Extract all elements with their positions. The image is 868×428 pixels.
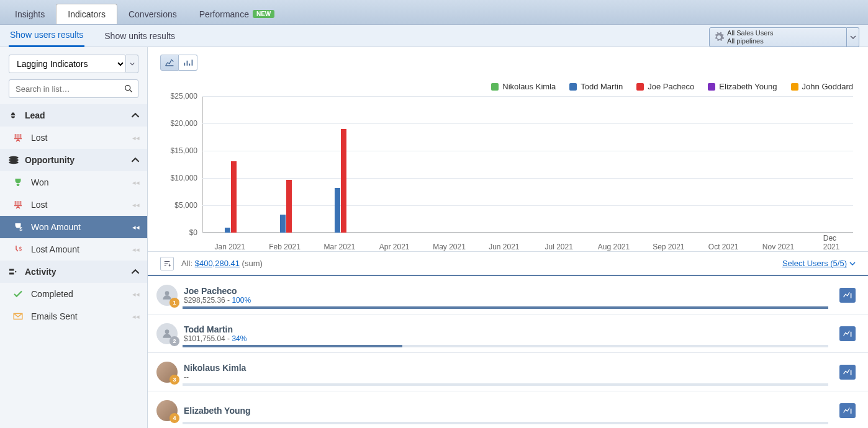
- expand-icon[interactable]: ◂◂: [132, 290, 140, 298]
- sidebar-item-lost-amount[interactable]: $ Lost Amount ◂◂: [0, 238, 147, 261]
- progress-bar: [183, 345, 402, 347]
- x-tick-label: May 2021: [433, 243, 466, 251]
- user-row[interactable]: 4Elizabeth Young: [148, 391, 868, 428]
- legend-item[interactable]: Elizabeth Young: [708, 82, 777, 91]
- chart-legend: Nikolaus KimlaTodd MartinJoe PachecoEliz…: [148, 82, 853, 91]
- chart-bar[interactable]: [280, 215, 286, 233]
- sidebar-item-lead-lost[interactable]: Lost ◂◂: [0, 127, 147, 149]
- subbar: Show users results Show units results Al…: [0, 25, 868, 47]
- user-name: Todd Martin: [184, 324, 839, 334]
- expand-icon[interactable]: ◂◂: [132, 134, 140, 142]
- chevron-down-icon[interactable]: [126, 55, 138, 73]
- search-icon[interactable]: [124, 84, 133, 94]
- sort-button[interactable]: [160, 257, 174, 270]
- user-chart-button[interactable]: [839, 365, 856, 380]
- all-label: All: $400,280.41 (sum): [181, 259, 263, 268]
- user-amount: $298,525.36 - 100%: [184, 296, 839, 305]
- badge-new: NEW: [253, 10, 274, 18]
- total-amount-link[interactable]: $400,280.41: [195, 259, 240, 268]
- legend-label: Elizabeth Young: [719, 82, 777, 91]
- x-tick-label: Feb 2021: [269, 243, 301, 251]
- sidebar-item-won[interactable]: Won ◂◂: [0, 171, 147, 194]
- sidebar-group-lead: Lead Lost ◂◂: [0, 104, 147, 149]
- sidebar-item-opp-lost[interactable]: Lost ◂◂: [0, 194, 147, 216]
- legend-item[interactable]: Joe Pacheco: [636, 82, 694, 91]
- svg-text:$: $: [19, 226, 22, 232]
- tab-conversions[interactable]: Conversions: [117, 4, 188, 24]
- avatar: 4: [156, 400, 178, 421]
- indicator-type-dropdown[interactable]: Lagging Indicators: [9, 55, 138, 73]
- search-container: [9, 79, 138, 98]
- pipeline-selector[interactable]: All Sales Users All pipelines: [709, 27, 859, 47]
- x-tick-label: Sep 2021: [653, 243, 684, 251]
- pipeline-line1: All Sales Users: [727, 29, 774, 37]
- user-row[interactable]: 3Nikolaus Kimla--: [148, 353, 868, 391]
- expand-icon[interactable]: ◂◂: [132, 223, 140, 231]
- legend-item[interactable]: Nikolaus Kimla: [491, 82, 556, 91]
- y-tick-label: $20,000: [163, 119, 197, 128]
- expand-icon[interactable]: ◂◂: [132, 313, 140, 321]
- sidebar-item-emails-sent[interactable]: Emails Sent ◂◂: [0, 305, 147, 328]
- summary-bar: All: $400,280.41 (sum) Select Users (5/5…: [148, 251, 868, 276]
- user-row[interactable]: 2Todd Martin$101,755.04 - 34%: [148, 314, 868, 353]
- rank-badge: 3: [170, 375, 179, 385]
- x-tick-label: Oct 2021: [708, 243, 739, 251]
- lost-icon: [12, 132, 26, 143]
- lost-dollar-icon: $: [12, 244, 26, 255]
- select-users-link[interactable]: Select Users (5/5): [782, 259, 856, 268]
- avatar: 1: [156, 285, 178, 306]
- user-row[interactable]: 1Joe Pacheco$298,525.36 - 100%: [148, 276, 868, 314]
- tab-insights[interactable]: Insights: [4, 4, 56, 24]
- lead-icon: [7, 110, 20, 121]
- show-units-link[interactable]: Show units results: [103, 25, 176, 47]
- tab-performance[interactable]: Performance NEW: [188, 4, 286, 24]
- item-label: Won Amount: [31, 222, 81, 232]
- user-chart-button[interactable]: [839, 288, 856, 303]
- activity-icon: [7, 266, 20, 277]
- svg-point-8: [165, 329, 170, 334]
- expand-icon[interactable]: ◂◂: [132, 179, 140, 187]
- expand-icon[interactable]: ◂◂: [132, 246, 140, 254]
- chevron-up-icon: [131, 111, 140, 120]
- group-label: Opportunity: [25, 155, 75, 165]
- legend-item[interactable]: John Goddard: [791, 82, 853, 91]
- svg-text:$: $: [19, 246, 22, 252]
- user-info: Joe Pacheco$298,525.36 - 100%: [184, 286, 839, 305]
- chart-bar[interactable]: [231, 161, 237, 233]
- tab-indicators[interactable]: Indicators: [56, 4, 117, 24]
- legend-item[interactable]: Todd Martin: [569, 82, 623, 91]
- sidebar-header-lead[interactable]: Lead: [0, 104, 147, 127]
- item-label: Lost: [31, 200, 47, 210]
- chart-bar[interactable]: [341, 129, 346, 233]
- user-chart-button[interactable]: [839, 403, 856, 418]
- sidebar-header-opportunity[interactable]: Opportunity: [0, 149, 147, 171]
- tab-label: Performance: [199, 9, 249, 19]
- chart-bar[interactable]: [225, 228, 230, 233]
- chart-bar[interactable]: [335, 188, 340, 233]
- x-tick-label: Mar 2021: [323, 243, 355, 251]
- line-chart-button[interactable]: [160, 55, 179, 71]
- user-info: Todd Martin$101,755.04 - 34%: [184, 324, 839, 343]
- indicator-select[interactable]: Lagging Indicators: [9, 55, 126, 73]
- sidebar-item-won-amount[interactable]: $ Won Amount ◂◂: [0, 216, 147, 238]
- chart: $0$5,000$10,000$15,000$20,000$25,000Jan …: [163, 96, 853, 251]
- chart-bar[interactable]: [286, 180, 292, 233]
- sidebar-header-activity[interactable]: Activity: [0, 261, 147, 283]
- progress-track: [183, 306, 828, 309]
- expand-icon[interactable]: ◂◂: [132, 201, 140, 209]
- tab-label: Insights: [15, 9, 45, 19]
- progress-track: [183, 345, 828, 347]
- sidebar-item-completed[interactable]: Completed ◂◂: [0, 283, 147, 305]
- rank-badge: 1: [170, 298, 179, 308]
- progress-track: [183, 422, 828, 424]
- bar-chart-button[interactable]: [179, 55, 197, 71]
- trophy-dollar-icon: $: [12, 221, 26, 233]
- swatch: [491, 83, 499, 91]
- swatch: [569, 83, 577, 91]
- show-users-link[interactable]: Show users results: [9, 24, 84, 47]
- search-input[interactable]: [9, 79, 138, 98]
- users-list: 1Joe Pacheco$298,525.36 - 100%2Todd Mart…: [148, 276, 868, 428]
- user-chart-button[interactable]: [839, 326, 856, 341]
- item-label: Completed: [31, 289, 73, 299]
- chevron-down-icon[interactable]: [847, 27, 859, 47]
